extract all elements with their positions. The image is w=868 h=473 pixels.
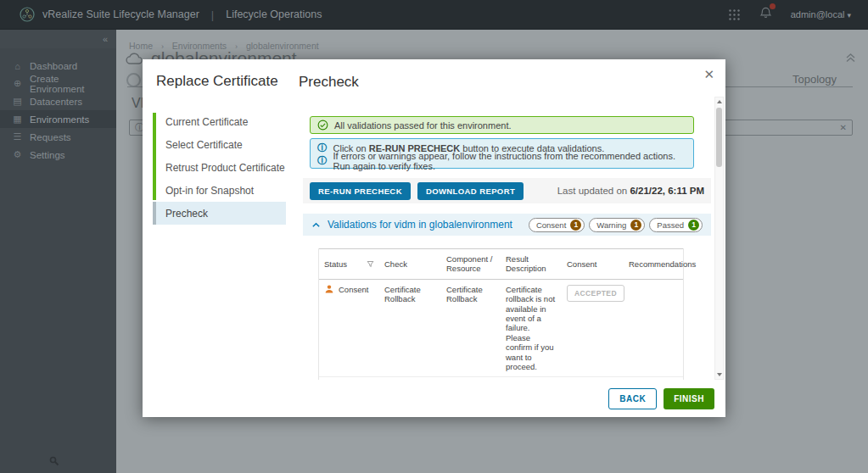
- last-updated-text: Last updated on 6/21/22, 6:11 PM: [557, 186, 704, 196]
- header-recommendations: Recommendations: [624, 254, 683, 274]
- settings-icon: ⚙: [12, 149, 23, 160]
- step-label: Current Certificate: [165, 116, 248, 128]
- wizard-steps-pane: Replace Certificate Current Certificate …: [143, 59, 286, 417]
- close-icon[interactable]: ✕: [703, 67, 714, 82]
- component-cell: Certificate Rollback: [441, 280, 501, 377]
- warning-count: 1: [630, 220, 641, 231]
- back-button[interactable]: BACK: [608, 388, 657, 409]
- vertical-scrollbar[interactable]: [714, 97, 724, 380]
- scrollbar-thumb[interactable]: [716, 108, 722, 167]
- app-logo: vRealize Suite Lifecycle Manager: [19, 6, 199, 23]
- success-alert-text: All validations passed for this environm…: [334, 120, 512, 131]
- passed-badge: Passed 1: [649, 218, 703, 232]
- validation-badges: Consent 1 Warning 1 Passed 1: [529, 218, 703, 232]
- sidebar-collapse-button[interactable]: «: [0, 30, 116, 48]
- wizard-steps: Current Certificate Select Certificate R…: [143, 110, 286, 225]
- notifications-button[interactable]: [759, 6, 772, 23]
- precheck-actions-bar: RE-RUN PRECHECK DOWNLOAD REPORT Last upd…: [303, 178, 711, 203]
- tab-topology[interactable]: Topology: [792, 73, 837, 86]
- sidebar-item-label: Datacenters: [30, 97, 82, 107]
- create-environment-icon: ⊕: [12, 78, 23, 89]
- cloud-icon: [126, 53, 144, 65]
- accepted-button[interactable]: ACCEPTED: [567, 285, 624, 302]
- collapse-icon: «: [103, 34, 108, 44]
- header-check: Check: [379, 254, 441, 274]
- vrslcm-logo-icon: [19, 6, 36, 23]
- support-icon[interactable]: [49, 456, 59, 466]
- chevron-down-icon: ▾: [847, 11, 851, 19]
- validations-accordion-header[interactable]: Validations for vidm in globalenvironmen…: [303, 214, 711, 236]
- accordion-label[interactable]: Validations for vidm in globalenvironmen…: [328, 219, 512, 231]
- sidebar-item-environments[interactable]: ▦ Environments: [0, 110, 116, 128]
- step-opt-in-for-snapshot[interactable]: Opt-in for Snapshot: [143, 179, 286, 202]
- module-title[interactable]: Lifecycle Operations: [226, 8, 322, 20]
- sidebar-nav: ⌂ Dashboard ⊕ Create Environment ▤ Datac…: [0, 57, 116, 164]
- app-header: vRealize Suite Lifecycle Manager | Lifec…: [0, 0, 868, 30]
- step-label: Retrust Product Certificate: [165, 162, 285, 174]
- warning-badge: Warning 1: [589, 218, 645, 232]
- sidebar-item-create-environment[interactable]: ⊕ Create Environment: [0, 75, 116, 92]
- notification-badge: [770, 3, 776, 9]
- step-retrust-product-certificate[interactable]: Retrust Product Certificate: [143, 156, 286, 179]
- check-cell: Certificate Rollback: [379, 280, 441, 377]
- passed-count: 1: [688, 220, 699, 231]
- datacenters-icon: ▤: [12, 96, 23, 107]
- scroll-up-arrow[interactable]: [715, 97, 723, 106]
- header-divider: |: [211, 8, 214, 21]
- sidebar-item-label: Requests: [30, 132, 71, 142]
- collapse-all-icon[interactable]: [845, 53, 856, 63]
- sidebar: « ⌂ Dashboard ⊕ Create Environment ▤ Dat…: [0, 30, 116, 473]
- info-alert-line2: If errors or warnings appear, follow the…: [333, 151, 687, 171]
- sidebar-item-requests[interactable]: ☰ Requests: [0, 128, 116, 146]
- download-report-button[interactable]: DOWNLOAD REPORT: [417, 182, 524, 200]
- replace-certificate-modal: Replace Certificate Current Certificate …: [143, 59, 725, 417]
- step-label: Select Certificate: [165, 139, 243, 151]
- screen: vRealize Suite Lifecycle Manager | Lifec…: [0, 0, 868, 473]
- environments-icon: ▦: [12, 114, 23, 125]
- user-menu[interactable]: admin@local▾: [791, 9, 851, 19]
- info-icon: ⓘ: [317, 142, 328, 154]
- modal-footer: BACK FINISH: [286, 380, 725, 417]
- info-alert: ⓘ Click on RE-RUN PRECHECK button to exe…: [310, 138, 694, 169]
- consent-count: 1: [570, 220, 581, 231]
- success-alert: All validations passed for this environm…: [310, 116, 694, 134]
- scroll-down-arrow[interactable]: [715, 370, 723, 379]
- header-consent: Consent: [562, 254, 624, 274]
- rerun-precheck-button[interactable]: RE-RUN PRECHECK: [310, 182, 411, 200]
- filter-icon[interactable]: [367, 260, 374, 268]
- step-current-certificate[interactable]: Current Certificate: [143, 110, 286, 133]
- info-icon: ⓘ: [317, 154, 328, 167]
- result-cell: Certificate rollback is not available in…: [501, 280, 562, 377]
- consent-badge: Consent 1: [529, 218, 585, 232]
- sidebar-item-label: Settings: [30, 150, 65, 160]
- status-label: Consent: [339, 285, 368, 294]
- finish-button[interactable]: FINISH: [664, 388, 714, 409]
- step-precheck[interactable]: Precheck: [143, 202, 286, 225]
- app-switcher-icon[interactable]: [728, 8, 741, 21]
- pane-title: Precheck: [299, 74, 359, 91]
- consent-user-icon: [324, 284, 334, 294]
- sidebar-item-dashboard[interactable]: ⌂ Dashboard: [0, 57, 116, 75]
- product-logo-circle: [126, 73, 141, 87]
- home-icon: ⌂: [12, 61, 23, 71]
- chevron-up-icon: [311, 220, 321, 230]
- modal-title: Replace Certificate: [143, 73, 286, 90]
- header-component: Component / Resource: [441, 249, 501, 279]
- recommendations-cell: [624, 280, 683, 377]
- step-label: Opt-in for Snapshot: [165, 185, 254, 197]
- sidebar-item-datacenters[interactable]: ▤ Datacenters: [0, 92, 116, 110]
- sidebar-item-label: Environments: [30, 114, 89, 125]
- check-circle-icon: [317, 120, 328, 131]
- user-menu-label: admin@local: [791, 9, 845, 19]
- precheck-pane: Precheck ✕ All validations passed for th…: [286, 59, 725, 417]
- step-select-certificate[interactable]: Select Certificate: [143, 133, 286, 156]
- header-result: Result Description: [501, 249, 562, 279]
- header-status: Status: [324, 259, 347, 269]
- sidebar-item-label: Dashboard: [30, 61, 77, 71]
- step-label: Precheck: [165, 208, 208, 220]
- app-title: vRealize Suite Lifecycle Manager: [42, 8, 199, 20]
- banner-dismiss-icon[interactable]: ✕: [840, 123, 847, 132]
- sidebar-item-settings[interactable]: ⚙ Settings: [0, 146, 116, 164]
- table-row-consent: Consent Certificate Rollback Certificate…: [319, 280, 683, 378]
- validations-table: Status Check Component / Resource Result…: [318, 248, 684, 380]
